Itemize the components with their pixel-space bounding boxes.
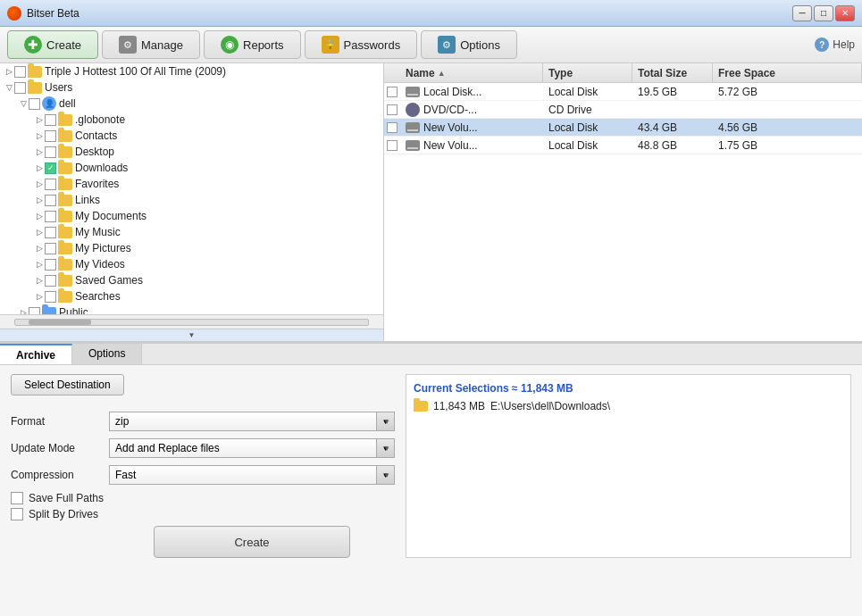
compression-label: Compression <box>11 469 109 481</box>
tree-checkbox[interactable] <box>45 243 56 254</box>
tree-item[interactable]: ▷ My Pictures <box>0 240 383 256</box>
tree-scroll[interactable]: ▷ Triple J Hottest 100 Of All Time (2009… <box>0 63 383 314</box>
tree-expander[interactable]: ▷ <box>34 211 45 221</box>
file-list-row[interactable]: Local Disk... Local Disk 19.5 GB 5.72 GB <box>384 83 862 101</box>
tree-item[interactable]: ▷ My Music <box>0 224 383 240</box>
hscroll-thumb[interactable] <box>29 320 91 325</box>
tree-expander[interactable]: ▷ <box>34 227 45 237</box>
maximize-button[interactable]: □ <box>814 5 833 21</box>
tree-item[interactable]: ▷ My Documents <box>0 208 383 224</box>
column-name[interactable]: Name ▲ <box>400 63 543 82</box>
compression-select[interactable]: Fast ▼ <box>109 465 395 485</box>
tab-create[interactable]: ✚ Create <box>7 30 98 59</box>
tree-expander[interactable]: ▽ <box>18 98 29 109</box>
tree-item[interactable]: ▷ My Videos <box>0 256 383 272</box>
tree-hscrollbar[interactable] <box>0 314 383 329</box>
tab-manage[interactable]: ⚙ Manage <box>102 30 200 59</box>
tree-checkbox[interactable] <box>45 179 56 190</box>
tab-archive[interactable]: Archive <box>0 344 72 364</box>
tree-item[interactable]: ▷ .globonote <box>0 112 383 128</box>
tree-checkbox[interactable] <box>29 98 40 110</box>
row-checkbox[interactable] <box>387 140 398 151</box>
compression-row: Compression Fast ▼ <box>11 465 395 485</box>
tree-expander[interactable]: ▷ <box>34 162 45 173</box>
tree-checkbox[interactable] <box>45 130 56 142</box>
tree-item[interactable]: ▷ Desktop <box>0 144 383 160</box>
format-dropdown-arrow[interactable]: ▼ <box>376 412 394 430</box>
tree-expander[interactable]: ▷ <box>34 146 45 157</box>
column-total-size[interactable]: Total Size <box>632 63 713 82</box>
tab-options[interactable]: ⚙ Options <box>421 30 517 59</box>
help-icon: ? <box>815 37 829 52</box>
tree-item[interactable]: ▷ Searches <box>0 288 383 304</box>
file-tree: ▷ Triple J Hottest 100 Of All Time (2009… <box>0 63 384 341</box>
save-paths-checkbox[interactable] <box>11 492 23 504</box>
split-drives-checkbox[interactable] <box>11 508 23 520</box>
tree-checkbox[interactable] <box>45 114 56 126</box>
hdd-icon <box>406 122 420 133</box>
tree-expander[interactable]: ▷ <box>34 259 45 270</box>
tree-checkbox[interactable] <box>29 307 40 315</box>
format-select[interactable]: zip ▼ <box>109 412 395 431</box>
tree-label: Links <box>75 194 100 206</box>
tree-item[interactable]: ▷ Contacts <box>0 128 383 144</box>
tree-expander[interactable]: ▽ <box>4 82 14 93</box>
update-mode-dropdown-arrow[interactable]: ▼ <box>376 439 394 457</box>
tree-expander[interactable]: ▷ <box>34 275 45 286</box>
tab-options-bottom[interactable]: Options <box>72 344 142 364</box>
tree-down-arrow[interactable]: ▼ <box>0 329 383 341</box>
tree-item[interactable]: ▷ Links <box>0 192 383 208</box>
row-checkbox[interactable] <box>387 122 398 133</box>
tree-checkbox[interactable] <box>45 195 56 206</box>
tree-item[interactable]: ▽ 👤 dell <box>0 96 383 112</box>
bottom-panel: Archive Options Select Destination Forma… <box>0 342 862 616</box>
column-free-space[interactable]: Free Space <box>713 63 862 82</box>
minimize-button[interactable]: ─ <box>792 5 812 21</box>
tree-checkbox[interactable] <box>45 211 56 222</box>
tab-reports[interactable]: ◉ Reports <box>204 30 301 59</box>
cell-total-size: 48.8 GB <box>632 139 713 152</box>
tree-checkbox[interactable] <box>45 259 56 271</box>
help-button[interactable]: ? Help <box>815 37 855 52</box>
passwords-icon: 🔒 <box>322 36 339 54</box>
tree-item[interactable]: ▷ Saved Games <box>0 272 383 288</box>
tree-checkbox[interactable]: ✓ <box>45 162 56 174</box>
file-list-row[interactable]: New Volu... Local Disk 43.4 GB 4.56 GB <box>384 119 862 137</box>
tree-checkbox[interactable] <box>45 146 56 158</box>
tree-item[interactable]: ▷ ✓ Downloads <box>0 160 383 176</box>
create-tab-label: Create <box>46 38 81 52</box>
tree-expander[interactable]: ▷ <box>34 291 45 302</box>
file-list-row[interactable]: New Volu... Local Disk 48.8 GB 1.75 GB <box>384 137 862 154</box>
tree-checkbox[interactable] <box>14 66 26 78</box>
tab-passwords[interactable]: 🔒 Passwords <box>305 30 418 59</box>
tree-expander[interactable]: ▷ <box>34 195 45 205</box>
compression-dropdown-arrow[interactable]: ▼ <box>376 466 394 484</box>
create-button[interactable]: Create <box>154 526 350 558</box>
tree-expander[interactable]: ▷ <box>34 130 45 141</box>
passwords-tab-label: Passwords <box>344 38 401 52</box>
row-checkbox[interactable] <box>387 104 398 115</box>
tree-expander[interactable]: ▷ <box>34 114 45 125</box>
tree-item[interactable]: ▷ Favorites <box>0 176 383 192</box>
tree-label: Downloads <box>75 162 128 174</box>
tree-expander[interactable]: ▷ <box>4 66 14 77</box>
tree-checkbox[interactable] <box>45 291 56 303</box>
tree-expander[interactable]: ▷ <box>18 307 29 314</box>
tree-item[interactable]: ▷ Public <box>0 304 383 314</box>
column-type[interactable]: Type <box>543 63 632 82</box>
tree-expander[interactable]: ▷ <box>34 179 45 189</box>
left-form: Select Destination Format zip ▼ Update M… <box>11 374 395 558</box>
tree-checkbox[interactable] <box>45 275 56 287</box>
tree-item[interactable]: ▷ Triple J Hottest 100 Of All Time (2009… <box>0 63 383 79</box>
close-button[interactable]: ✕ <box>835 5 855 21</box>
update-mode-select[interactable]: Add and Replace files ▼ <box>109 438 395 458</box>
tree-item[interactable]: ▽ Users <box>0 79 383 96</box>
row-checkbox[interactable] <box>387 87 398 97</box>
cell-name: DVD/CD-... <box>400 103 543 117</box>
tree-checkbox[interactable] <box>45 227 56 238</box>
tree-expander[interactable]: ▷ <box>34 243 45 254</box>
tree-checkbox[interactable] <box>14 82 26 94</box>
title-text: Bitser Beta <box>27 7 80 20</box>
select-destination-button[interactable]: Select Destination <box>11 374 124 395</box>
file-list-row[interactable]: DVD/CD-... CD Drive <box>384 101 862 119</box>
